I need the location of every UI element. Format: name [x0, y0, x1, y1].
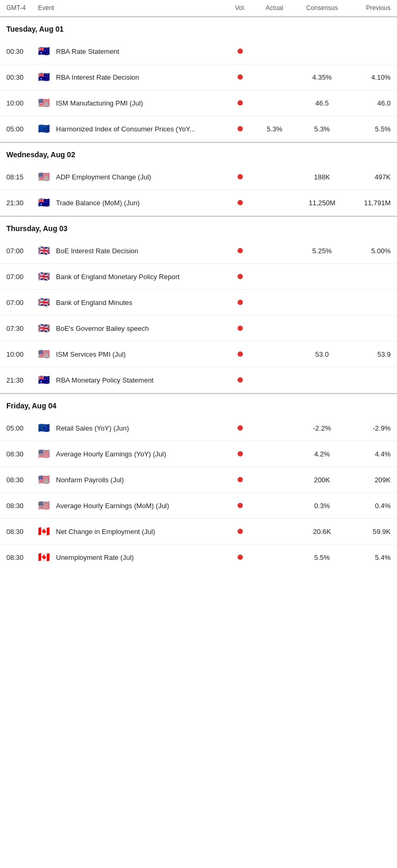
- event-consensus: 200K: [296, 476, 348, 484]
- volatility-dot: [238, 49, 243, 54]
- event-time: 07:30: [6, 325, 38, 332]
- event-name: RBA Rate Statement: [56, 47, 227, 55]
- event-consensus: 4.35%: [296, 73, 348, 81]
- table-row[interactable]: 08:30🇨🇦Unemployment Rate (Jul)5.5%5.4%: [0, 545, 397, 570]
- event-vol: [227, 476, 253, 484]
- event-consensus: 11,250M: [296, 199, 348, 207]
- event-consensus: 20.6K: [296, 528, 348, 536]
- event-vol: [227, 299, 253, 307]
- event-time: 05:00: [6, 125, 38, 133]
- event-name: Average Hourly Earnings (YoY) (Jul): [56, 450, 227, 458]
- event-name: BoE Interest Rate Decision: [56, 247, 227, 255]
- event-previous: 0.4%: [348, 502, 391, 510]
- volatility-dot: [238, 451, 243, 456]
- event-previous: 46.0: [348, 99, 391, 107]
- event-time: 08:30: [6, 554, 38, 561]
- event-vol: [227, 125, 253, 133]
- event-previous: 209K: [348, 476, 391, 484]
- event-name: ADP Employment Change (Jul): [56, 173, 227, 181]
- event-time: 10:00: [6, 350, 38, 358]
- table-row[interactable]: 07:00🇬🇧Bank of England Monetary Policy R…: [0, 264, 397, 290]
- event-consensus: 4.2%: [296, 450, 348, 458]
- event-consensus: 0.3%: [296, 502, 348, 510]
- event-name: Average Hourly Earnings (MoM) (Jul): [56, 502, 227, 510]
- event-time: 08:15: [6, 173, 38, 181]
- event-actual: 5.3%: [253, 125, 296, 133]
- day-header: Thursday, Aug 03: [0, 217, 397, 238]
- event-vol: [227, 350, 253, 358]
- event-consensus: -2.2%: [296, 424, 348, 432]
- us-flag: 🇺🇸: [38, 173, 56, 181]
- event-previous: 5.4%: [348, 554, 391, 561]
- table-row[interactable]: 08:30🇺🇸Nonfarm Payrolls (Jul)200K209K: [0, 467, 397, 493]
- event-vol: [227, 554, 253, 561]
- gb-flag: 🇬🇧: [38, 246, 56, 255]
- event-time: 08:30: [6, 476, 38, 484]
- event-name: Retail Sales (YoY) (Jun): [56, 424, 227, 432]
- table-row[interactable]: 00:30🇦🇺RBA Rate Statement: [0, 39, 397, 64]
- us-flag: 🇺🇸: [38, 99, 56, 107]
- event-previous: 4.10%: [348, 73, 391, 81]
- event-time: 07:00: [6, 273, 38, 281]
- table-row[interactable]: 21:30🇦🇺Trade Balance (MoM) (Jun)11,250M1…: [0, 190, 397, 216]
- event-time: 07:00: [6, 247, 38, 255]
- event-vol: [227, 173, 253, 181]
- us-flag: 🇺🇸: [38, 475, 56, 484]
- event-name: Harmonized Index of Consumer Prices (YoY…: [56, 125, 227, 133]
- event-consensus: 5.3%: [296, 125, 348, 133]
- au-flag: 🇦🇺: [38, 198, 56, 207]
- volatility-dot: [238, 529, 243, 534]
- volatility-dot: [238, 200, 243, 205]
- table-row[interactable]: 10:00🇺🇸ISM Services PMI (Jul)53.053.9: [0, 341, 397, 367]
- table-row[interactable]: 05:00🇪🇺Harmonized Index of Consumer Pric…: [0, 116, 397, 142]
- table-row[interactable]: 07:30🇬🇧BoE's Governor Bailey speech: [0, 316, 397, 341]
- table-row[interactable]: 07:00🇬🇧BoE Interest Rate Decision5.25%5.…: [0, 238, 397, 264]
- volatility-dot: [238, 326, 243, 331]
- gb-flag: 🇬🇧: [38, 272, 56, 281]
- event-name: Nonfarm Payrolls (Jul): [56, 476, 227, 484]
- event-previous: 497K: [348, 173, 391, 181]
- event-consensus: 53.0: [296, 350, 348, 358]
- au-flag: 🇦🇺: [38, 47, 56, 55]
- event-vol: [227, 376, 253, 384]
- volatility-dot: [238, 274, 243, 279]
- au-flag: 🇦🇺: [38, 376, 56, 384]
- au-flag: 🇦🇺: [38, 73, 56, 81]
- event-name: RBA Interest Rate Decision: [56, 73, 227, 81]
- gb-flag: 🇬🇧: [38, 298, 56, 307]
- event-vol: [227, 99, 253, 107]
- event-previous: -2.9%: [348, 424, 391, 432]
- volatility-dot: [238, 100, 243, 106]
- event-consensus: 46.5: [296, 99, 348, 107]
- event-vol: [227, 273, 253, 281]
- event-time: 08:30: [6, 450, 38, 458]
- table-row[interactable]: 08:15🇺🇸ADP Employment Change (Jul)188K49…: [0, 164, 397, 190]
- volatility-dot: [238, 174, 243, 179]
- table-header: GMT-4 Event Vol. Actual Consensus Previo…: [0, 0, 397, 16]
- table-row[interactable]: 05:00🇪🇺Retail Sales (YoY) (Jun)-2.2%-2.9…: [0, 415, 397, 441]
- event-previous: 5.00%: [348, 247, 391, 255]
- volatility-dot: [238, 126, 243, 131]
- event-name: Bank of England Minutes: [56, 299, 227, 307]
- table-row[interactable]: 08:30🇺🇸Average Hourly Earnings (MoM) (Ju…: [0, 493, 397, 519]
- consensus-header: Consensus: [296, 4, 348, 12]
- table-row[interactable]: 10:00🇺🇸ISM Manufacturing PMI (Jul)46.546…: [0, 90, 397, 116]
- event-time: 21:30: [6, 199, 38, 207]
- event-vol: [227, 47, 253, 55]
- event-vol: [227, 199, 253, 207]
- table-row[interactable]: 08:30🇨🇦Net Change in Employment (Jul)20.…: [0, 519, 397, 545]
- table-row[interactable]: 00:30🇦🇺RBA Interest Rate Decision4.35%4.…: [0, 64, 397, 90]
- table-row[interactable]: 21:30🇦🇺RBA Monetary Policy Statement: [0, 367, 397, 393]
- event-time: 21:30: [6, 376, 38, 384]
- event-previous: 53.9: [348, 350, 391, 358]
- day-header: Friday, Aug 04: [0, 394, 397, 415]
- table-row[interactable]: 08:30🇺🇸Average Hourly Earnings (YoY) (Ju…: [0, 441, 397, 467]
- event-vol: [227, 528, 253, 536]
- volatility-dot: [238, 425, 243, 431]
- volatility-dot: [238, 300, 243, 305]
- volatility-dot: [238, 377, 243, 383]
- table-row[interactable]: 07:00🇬🇧Bank of England Minutes: [0, 290, 397, 316]
- event-vol: [227, 73, 253, 81]
- event-name: RBA Monetary Policy Statement: [56, 376, 227, 384]
- volatility-dot: [238, 74, 243, 80]
